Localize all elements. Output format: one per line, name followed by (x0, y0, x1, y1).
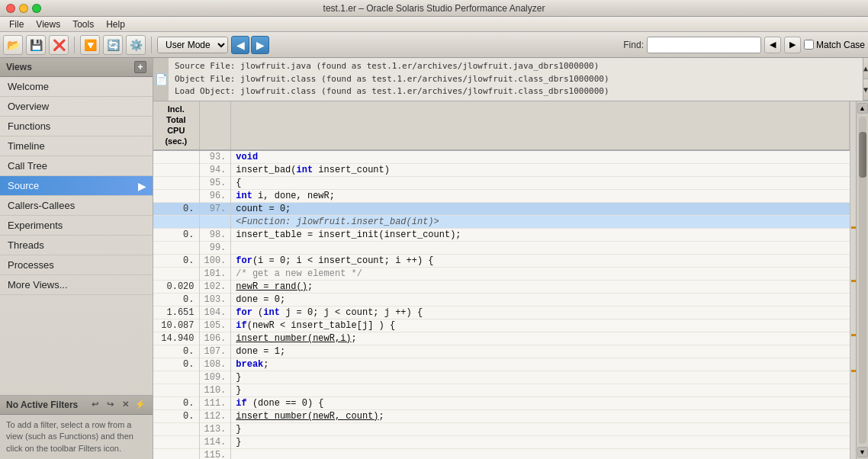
sidebar-item-threads[interactable]: Threads (0, 236, 153, 255)
settings-button[interactable]: ⚙️ (126, 35, 146, 55)
cell-cpu: 0. (153, 345, 199, 358)
cell-cpu (153, 163, 199, 176)
cell-code: /* get a new element */ (231, 267, 850, 280)
minimize-button[interactable] (19, 4, 28, 13)
sidebar-item-source[interactable]: Source ▶ (0, 176, 153, 196)
nav-forward-button[interactable]: ▶ (251, 36, 269, 54)
scroll-up-arrow[interactable]: ▲ (857, 103, 868, 114)
code-table-container[interactable]: Incl. Total CPU (sec.) 93.void94.insert_… (153, 101, 850, 460)
cell-linenum (199, 215, 231, 228)
table-row: 109. } (153, 371, 850, 384)
cell-cpu (153, 448, 199, 459)
filter-redo-button[interactable]: ↪ (104, 399, 116, 411)
cell-linenum: 109. (199, 371, 231, 384)
indicator-mark-2 (851, 280, 856, 282)
scroll-down-arrow[interactable]: ▼ (857, 447, 868, 457)
menu-tools[interactable]: Tools (66, 17, 100, 31)
source-header-info: Source File: jlowfruit.java (found as te… (169, 58, 863, 101)
refresh-button[interactable]: 🔄 (103, 35, 123, 55)
filter-close-button[interactable]: ✕ (119, 399, 131, 411)
filter-section: No Active Filters ↩ ↪ ✕ ⚡ To add a filte… (0, 395, 153, 459)
table-row: <Function: jlowfruit.insert_bad(int)> (153, 215, 850, 228)
cell-code: insert_table = insert_init(insert_count)… (231, 228, 850, 241)
filter-icon-button[interactable]: ⚡ (134, 399, 146, 411)
object-file-line: Object File: jlowfruit.class (found as t… (175, 73, 857, 86)
cell-cpu: 0. (153, 293, 199, 306)
source-header-top: 📄 Source File: jlowfruit.java (found as … (153, 58, 868, 101)
find-input[interactable] (647, 37, 761, 53)
scrollbar-thumb[interactable] (859, 132, 866, 178)
table-row: 0.107. done = 1; (153, 345, 850, 358)
sidebar-item-overview[interactable]: Overview (0, 97, 153, 117)
cell-cpu (153, 215, 199, 228)
table-row: 96. int i, done, newR; (153, 189, 850, 202)
sidebar-item-experiments[interactable]: Experiments (0, 216, 153, 236)
col-linenum-header (199, 101, 231, 150)
filter-header: No Active Filters ↩ ↪ ✕ ⚡ (0, 396, 153, 415)
cell-cpu (153, 371, 199, 384)
col-code-header (231, 101, 850, 150)
filter-button[interactable]: 🔽 (80, 35, 100, 55)
cell-linenum: 94. (199, 163, 231, 176)
source-scroll-down[interactable]: ▼ (863, 79, 868, 101)
cell-linenum: 101. (199, 267, 231, 280)
maximize-button[interactable] (32, 4, 41, 13)
table-row: 14.940106. insert_number(newR,i); (153, 332, 850, 345)
cell-code: count = 0; (231, 202, 850, 215)
scrollbar-track[interactable] (859, 117, 866, 445)
cell-code: done = 1; (231, 345, 850, 358)
source-scroll-up[interactable]: ▲ (863, 58, 868, 79)
menu-views[interactable]: Views (30, 17, 66, 31)
cell-cpu (153, 150, 199, 164)
match-case-checkbox[interactable] (804, 40, 814, 50)
cell-code: insert_number(newR, count); (231, 409, 850, 422)
filter-controls: ↩ ↪ ✕ ⚡ (88, 399, 146, 411)
sidebar-item-callers-callees[interactable]: Callers-Callees (0, 196, 153, 216)
table-row: 0.103. done = 0; (153, 293, 850, 306)
cell-code: } (231, 371, 850, 384)
find-forward-button[interactable]: ▶ (784, 37, 801, 53)
sidebar-item-more-views[interactable]: More Views... (0, 275, 153, 295)
sidebar-item-call-tree[interactable]: Call Tree (0, 156, 153, 176)
cell-code: if (done == 0) { (231, 396, 850, 409)
col-cpu-header: Incl. Total CPU (sec.) (153, 101, 199, 150)
cell-linenum: 100. (199, 254, 231, 267)
sidebar-item-welcome[interactable]: Welcome (0, 77, 153, 97)
close-button[interactable]: ❌ (49, 35, 69, 55)
menu-file[interactable]: File (3, 17, 30, 31)
sidebar-item-functions[interactable]: Functions (0, 117, 153, 136)
views-header: Views + (0, 58, 153, 77)
table-row: 113. } (153, 422, 850, 435)
match-case-label[interactable]: Match Case (804, 40, 865, 50)
cell-linenum: 111. (199, 396, 231, 409)
menu-help[interactable]: Help (100, 17, 131, 31)
close-button[interactable] (6, 4, 15, 13)
mode-selector[interactable]: User Mode (157, 37, 228, 53)
source-file-line: Source File: jlowfruit.java (found as te… (175, 60, 857, 73)
open-button[interactable]: 📂 (3, 35, 23, 55)
mode-select-input[interactable]: User Mode (158, 37, 227, 53)
cell-code: for(i = 0; i < insert_count; i ++) { (231, 254, 850, 267)
scrollbar[interactable]: ▲ ▼ (856, 101, 868, 460)
cell-linenum: 95. (199, 176, 231, 189)
cell-code (231, 241, 850, 254)
content-area: 📄 Source File: jlowfruit.java (found as … (153, 58, 868, 459)
sidebar-item-timeline[interactable]: Timeline (0, 136, 153, 156)
table-row: 0.97. count = 0; (153, 202, 850, 215)
sidebar-item-processes[interactable]: Processes (0, 255, 153, 275)
filter-undo-button[interactable]: ↩ (88, 399, 101, 411)
find-back-button[interactable]: ◀ (764, 37, 781, 53)
cell-linenum: 107. (199, 345, 231, 358)
cell-code: insert_bad(int insert_count) (231, 163, 850, 176)
cell-code: { (231, 176, 850, 189)
save-button[interactable]: 💾 (26, 35, 46, 55)
sidebar: Views + Welcome Overview Functions Timel… (0, 58, 153, 459)
cell-cpu: 0. (153, 396, 199, 409)
cell-code: <Function: jlowfruit.insert_bad(int)> (231, 215, 850, 228)
views-add-button[interactable]: + (134, 61, 146, 73)
cell-linenum: 112. (199, 409, 231, 422)
indicator-mark-4 (851, 370, 856, 372)
cell-linenum: 113. (199, 422, 231, 435)
table-row: 95.{ (153, 176, 850, 189)
nav-back-button[interactable]: ◀ (231, 36, 249, 54)
